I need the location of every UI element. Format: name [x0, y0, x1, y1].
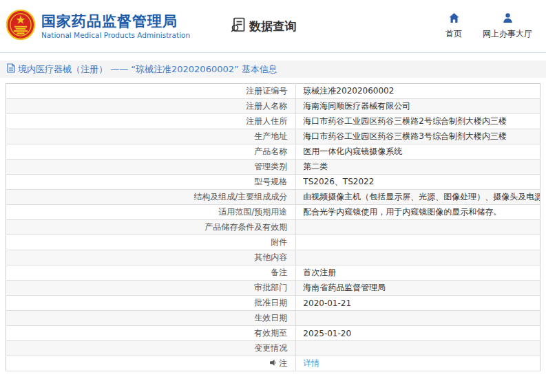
- header: 国家药品监督管理局 National Medical Products Admi…: [0, 0, 546, 53]
- row-value: 配合光学内窥镜使用，用于内窥镜图像的显示和储存。: [296, 205, 540, 220]
- table-row: 型号规格TS2026、TS2022: [6, 175, 540, 190]
- row-label: 其他内容: [6, 250, 296, 265]
- nav-service-hall-label: 网上办事大厅: [483, 28, 532, 40]
- row-label: 产品名称: [6, 144, 296, 160]
- row-label: 注册证编号: [6, 84, 296, 99]
- nav-item-service-hall[interactable]: 网上办事大厅: [483, 12, 532, 40]
- table-row: 备注首次注册: [6, 265, 540, 281]
- row-label: 审批部门: [6, 281, 296, 296]
- row-value: [296, 220, 540, 235]
- row-label: 有效期至: [6, 326, 296, 341]
- row-value: [296, 311, 540, 326]
- table-row: 审批部门海南省药品监督管理局: [6, 281, 540, 296]
- table-row: 注册证编号琼械注准20202060002: [6, 84, 540, 99]
- user-icon: [502, 12, 514, 28]
- row-label: 结构及组成/主要组成成分: [6, 190, 296, 205]
- table-wrap: 注册证编号琼械注准20202060002注册人名称海南海同顺医疗器械有限公司注册…: [0, 78, 546, 371]
- row-value: 海南省药品监督管理局: [296, 281, 540, 296]
- table-row: 注册人名称海南海同顺医疗器械有限公司: [6, 99, 540, 114]
- brand-home-link[interactable]: 国家药品监督管理局 National Medical Products Admi…: [6, 9, 190, 43]
- page-title: 境内医疗器械（注册） —— “琼械注准20202060002” 基本信息: [18, 63, 277, 76]
- row-label: 备注: [6, 265, 296, 281]
- breadcrumb-bar: 境内医疗器械（注册） —— “琼械注准20202060002” 基本信息: [0, 61, 546, 78]
- table-row: 管理类别第二类: [6, 160, 540, 175]
- row-label: 产品储存条件及有效期: [6, 220, 296, 235]
- row-value: 2020-01-21: [296, 296, 540, 311]
- data-query-label: 数据查询: [249, 19, 296, 34]
- row-value: 首次注册: [296, 265, 540, 281]
- home-icon: [448, 12, 460, 28]
- row-value: [296, 250, 540, 265]
- document-icon: [7, 63, 18, 76]
- row-label: 注册人住所: [6, 114, 296, 129]
- table-row: 注详情: [6, 356, 540, 371]
- row-value: 医用一体化内窥镜摄像系统: [296, 144, 540, 160]
- row-value: 由视频摄像主机（包括显示屏、光源、图像处理）、摄像头及电源适配器和附件（电源线、…: [296, 190, 540, 205]
- table-row: 生效日期: [6, 311, 540, 326]
- row-label: 注: [6, 356, 296, 371]
- table-row: 注册人住所海口市药谷工业园区药谷三横路2号综合制剂大楼内三楼: [6, 114, 540, 129]
- table-row: 变更情况: [6, 341, 540, 356]
- row-value: 第二类: [296, 160, 540, 175]
- table-row: 其他内容: [6, 250, 540, 265]
- row-value: [296, 235, 540, 250]
- row-label: 管理类别: [6, 160, 296, 175]
- row-value: 海口市药谷工业园区药谷三横路2号综合制剂大楼内三楼: [296, 114, 540, 129]
- row-label: 生效日期: [6, 311, 296, 326]
- data-query-entry[interactable]: 数据查询: [230, 17, 296, 36]
- row-value: [296, 341, 540, 356]
- megaphone-icon: [269, 359, 277, 369]
- brand-text: 国家药品监督管理局 National Medical Products Admi…: [41, 12, 190, 40]
- nav-home-label: 首页: [445, 28, 462, 40]
- row-label: 注册人名称: [6, 99, 296, 114]
- table-row: 适用范围/预期用途配合光学内窥镜使用，用于内窥镜图像的显示和储存。: [6, 205, 540, 220]
- nav-item-home[interactable]: 首页: [445, 12, 462, 40]
- detail-link[interactable]: 详情: [303, 358, 319, 368]
- row-label: 适用范围/预期用途: [6, 205, 296, 220]
- row-label: 变更情况: [6, 341, 296, 356]
- row-value: 2025-01-20: [296, 326, 540, 341]
- row-value: TS2026、TS2022: [296, 175, 540, 190]
- row-value: 海南海同顺医疗器械有限公司: [296, 99, 540, 114]
- row-value: 海口市药谷工业园区药谷三横路3号综合制剂大楼内三楼: [296, 129, 540, 144]
- table-row: 批准日期2020-01-21: [6, 296, 540, 311]
- table-row: 产品储存条件及有效期: [6, 220, 540, 235]
- row-label: 批准日期: [6, 296, 296, 311]
- registration-info-table: 注册证编号琼械注准20202060002注册人名称海南海同顺医疗器械有限公司注册…: [6, 83, 540, 371]
- national-emblem-logo: [6, 9, 36, 43]
- row-value: 详情: [296, 356, 540, 371]
- table-row: 产品名称医用一体化内窥镜摄像系统: [6, 144, 540, 160]
- org-name-en: National Medical Products Administration: [41, 30, 190, 40]
- data-query-icon: [230, 17, 246, 36]
- table-row: 结构及组成/主要组成成分由视频摄像主机（包括显示屏、光源、图像处理）、摄像头及电…: [6, 190, 540, 205]
- row-label: 生产地址: [6, 129, 296, 144]
- table-row: 附件: [6, 235, 540, 250]
- row-label: 型号规格: [6, 175, 296, 190]
- header-nav: 首页 网上办事大厅: [445, 12, 536, 40]
- info-table-body: 注册证编号琼械注准20202060002注册人名称海南海同顺医疗器械有限公司注册…: [6, 84, 540, 371]
- table-row: 有效期至2025-01-20: [6, 326, 540, 341]
- row-label: 附件: [6, 235, 296, 250]
- org-name-cn: 国家药品监督管理局: [41, 12, 190, 30]
- row-value: 琼械注准20202060002: [296, 84, 540, 99]
- table-row: 生产地址海口市药谷工业园区药谷三横路3号综合制剂大楼内三楼: [6, 129, 540, 144]
